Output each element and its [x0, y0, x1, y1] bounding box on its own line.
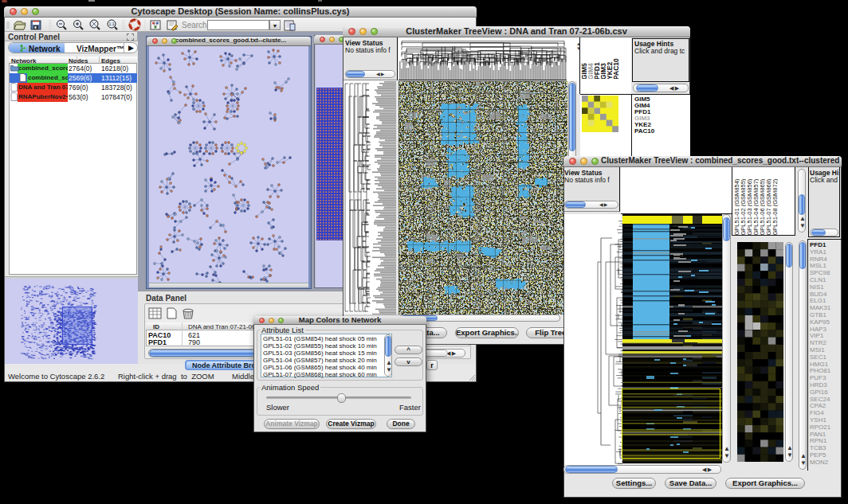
- svg-text:1:1: 1:1: [109, 21, 115, 26]
